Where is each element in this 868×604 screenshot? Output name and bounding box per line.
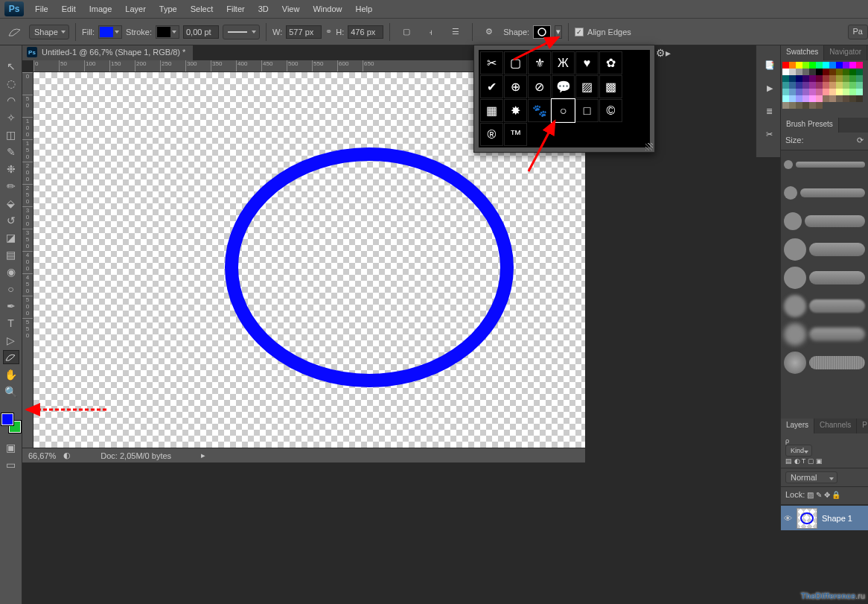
shape-registered[interactable]: ® <box>480 123 503 146</box>
swatch[interactable] <box>789 82 796 89</box>
heal-tool[interactable]: ❉ <box>3 162 19 176</box>
width-input[interactable] <box>286 25 322 39</box>
menu-window[interactable]: Window <box>306 0 348 19</box>
brush-presets-tab[interactable]: Brush Presets <box>781 118 839 133</box>
swatch[interactable] <box>796 89 802 95</box>
menu-image[interactable]: Image <box>83 0 119 19</box>
history-brush-tool[interactable]: ↺ <box>3 213 19 227</box>
dodge-tool[interactable]: ○ <box>3 282 19 296</box>
menu-edit[interactable]: Edit <box>55 0 83 19</box>
history-panel-icon[interactable]: 📑 <box>765 60 775 70</box>
swatch[interactable] <box>823 89 829 95</box>
menu-layer[interactable]: Layer <box>118 0 153 19</box>
shape-no[interactable]: ⊘ <box>528 75 551 98</box>
swatches-tab[interactable]: Swatches <box>781 45 824 60</box>
hand-tool[interactable]: ✋ <box>3 367 19 381</box>
swatch[interactable] <box>802 102 809 109</box>
swatch[interactable] <box>843 89 849 95</box>
swatch[interactable] <box>816 89 823 95</box>
swatch[interactable] <box>789 95 796 102</box>
swatch[interactable] <box>836 69 843 75</box>
swatch[interactable] <box>843 82 849 89</box>
menu-help[interactable]: Help <box>349 0 380 19</box>
swatch[interactable] <box>856 89 863 95</box>
text-tool[interactable]: T <box>3 316 19 330</box>
swatch[interactable] <box>782 69 789 75</box>
stroke-style-dropdown[interactable] <box>223 25 260 39</box>
swatch[interactable] <box>829 89 836 95</box>
swatch[interactable] <box>843 62 849 69</box>
swatch[interactable] <box>823 82 829 89</box>
move-tool[interactable]: ↖ <box>3 59 19 73</box>
shape-starburst[interactable]: ✸ <box>504 99 527 122</box>
swatch[interactable] <box>836 82 843 89</box>
swatch[interactable] <box>816 102 823 109</box>
shape-fleur[interactable]: ⚜ <box>528 51 551 74</box>
pen-tool[interactable]: ✒ <box>3 299 19 313</box>
swatch[interactable] <box>823 69 829 75</box>
stroke-swatch[interactable] <box>156 25 179 39</box>
swatch[interactable] <box>802 69 809 75</box>
stamp-tool[interactable]: ⬙ <box>3 196 19 210</box>
menu-3d[interactable]: 3D <box>252 0 275 19</box>
picker-menu-icon[interactable]: ⚙▸ <box>656 47 671 59</box>
shape-circle-outline[interactable]: ○ <box>552 99 575 122</box>
channels-tab[interactable]: Channels <box>814 419 857 433</box>
swatch[interactable] <box>836 75 843 82</box>
swatch[interactable] <box>802 82 809 89</box>
shape-paw[interactable]: 🐾 <box>528 99 551 122</box>
brush-tool[interactable]: ✏ <box>3 179 19 193</box>
swatch[interactable] <box>823 62 829 69</box>
blend-mode-dropdown[interactable]: Normal <box>785 471 837 483</box>
swatch[interactable] <box>816 62 823 69</box>
menu-type[interactable]: Type <box>153 0 184 19</box>
swatch[interactable] <box>796 95 802 102</box>
swatch[interactable] <box>782 89 789 95</box>
swatch[interactable] <box>836 89 843 95</box>
wand-tool[interactable]: ✧ <box>3 110 19 124</box>
swatch[interactable] <box>829 82 836 89</box>
swatch[interactable] <box>789 62 796 69</box>
tool-preset-icon[interactable] <box>4 23 25 41</box>
swatch[interactable] <box>782 102 789 109</box>
swatch[interactable] <box>823 75 829 82</box>
swatches-grid[interactable] <box>781 60 868 110</box>
shape-tm[interactable]: ™ <box>504 123 527 146</box>
menu-filter[interactable]: Filter <box>220 0 251 19</box>
doc-profile-icon[interactable]: ◐ <box>63 451 71 460</box>
swatch[interactable] <box>789 69 796 75</box>
swatch[interactable] <box>796 62 802 69</box>
swatch[interactable] <box>809 95 816 102</box>
layer-kind-dropdown[interactable]: Kind <box>785 445 812 457</box>
stroke-width-input[interactable] <box>183 25 219 39</box>
eyedropper-tool[interactable]: ✎ <box>3 144 19 159</box>
swatch[interactable] <box>782 95 789 102</box>
swatch[interactable] <box>802 75 809 82</box>
swatch[interactable] <box>782 82 789 89</box>
swatch[interactable] <box>816 69 823 75</box>
blur-tool[interactable]: ◉ <box>3 264 19 279</box>
swatch[interactable] <box>849 75 856 82</box>
swatch[interactable] <box>843 69 849 75</box>
menu-file[interactable]: File <box>28 0 55 19</box>
crop-tool[interactable]: ◫ <box>3 127 19 142</box>
swatch[interactable] <box>809 89 816 95</box>
swatch[interactable] <box>796 75 802 82</box>
shape-speech[interactable]: 💬 <box>552 75 575 98</box>
statusbar-arrow-icon[interactable]: ▸ <box>201 451 205 460</box>
swatch[interactable] <box>849 69 856 75</box>
path-select-tool[interactable]: ▷ <box>3 333 19 347</box>
brush-list[interactable] <box>781 150 868 419</box>
menu-view[interactable]: View <box>275 0 307 19</box>
swatch[interactable] <box>849 62 856 69</box>
screenmode-icon[interactable]: ▭ <box>3 457 19 471</box>
foreground-background-swatches[interactable] <box>1 413 21 433</box>
layer-row-shape1[interactable]: 👁 Shape 1 <box>781 505 868 530</box>
swatch[interactable] <box>789 89 796 95</box>
path-arrange-icon[interactable]: ☰ <box>445 23 466 41</box>
shape-crosshair[interactable]: ⊕ <box>504 75 527 98</box>
swatch[interactable] <box>789 102 796 109</box>
brush-reset-icon[interactable]: ⟳ <box>857 136 864 145</box>
menu-select[interactable]: Select <box>184 0 220 19</box>
swatch[interactable] <box>836 95 843 102</box>
